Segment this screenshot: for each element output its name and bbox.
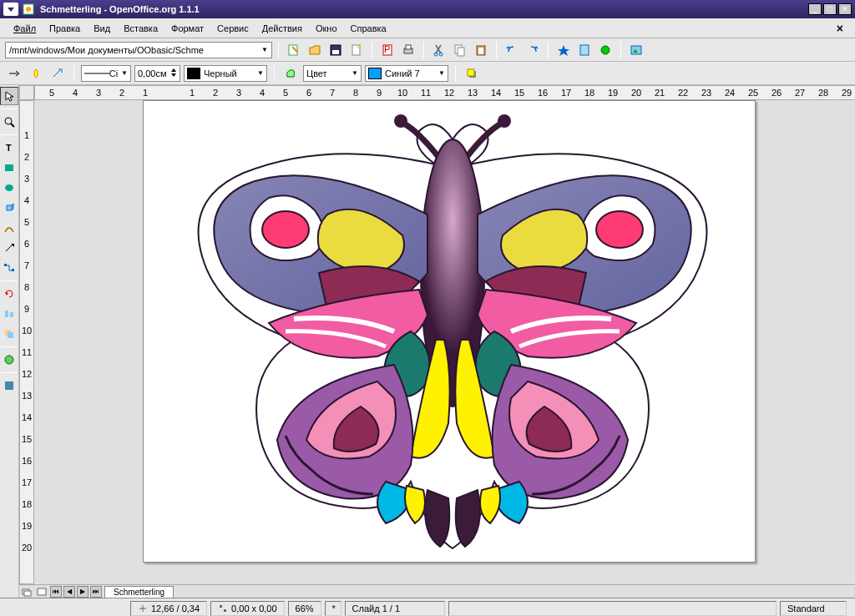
svg-rect-55 — [220, 605, 222, 608]
menu-file[interactable]: Файл — [7, 21, 43, 36]
line-arrow-tool[interactable] — [0, 239, 18, 257]
svg-rect-51 — [24, 591, 31, 596]
print-button[interactable] — [399, 41, 417, 59]
system-menu-button[interactable] — [3, 3, 18, 16]
line-fill-toolbar: Сі ▼ 0,00см Черный ▼ Цвет ▼ Синий 7 ▼ — [0, 62, 855, 85]
line-style-combo[interactable]: Сі ▼ — [81, 65, 131, 82]
tab-first-button[interactable]: ⏮ — [50, 586, 62, 598]
svg-text:P: P — [384, 44, 390, 54]
redo-button[interactable] — [524, 41, 542, 59]
line-ends-button[interactable] — [48, 64, 67, 83]
menu-edit[interactable]: Правка — [43, 21, 87, 36]
ellipse-tool[interactable] — [0, 179, 18, 197]
paste-button[interactable] — [472, 41, 490, 59]
insert-object-tool[interactable] — [0, 351, 18, 369]
align-tool[interactable] — [0, 305, 18, 323]
zoom-tool[interactable] — [0, 113, 18, 131]
copy-button[interactable] — [451, 41, 469, 59]
save-button[interactable] — [326, 41, 345, 59]
menu-format[interactable]: Формат — [164, 21, 210, 36]
status-slide: Слайд 1 / 1 — [345, 601, 445, 616]
area-style-button[interactable] — [281, 64, 300, 83]
status-modified: * — [325, 601, 341, 616]
vertical-ruler[interactable]: 1234567891011121314151617181920 — [19, 100, 34, 584]
open-button[interactable] — [306, 41, 324, 59]
svg-rect-39 — [5, 311, 8, 317]
maximize-button[interactable]: □ — [823, 3, 837, 15]
effects-tool[interactable] — [0, 376, 18, 395]
svg-point-49 — [596, 211, 643, 248]
slide-tab[interactable]: Schmetterling — [104, 586, 174, 598]
svg-rect-40 — [10, 312, 13, 317]
close-document-button[interactable]: × — [832, 22, 848, 35]
svg-point-46 — [498, 114, 511, 128]
svg-marker-0 — [8, 8, 14, 12]
hyperlink-button[interactable] — [596, 41, 615, 59]
3d-tool[interactable] — [0, 199, 18, 217]
menu-tools[interactable]: Сервис — [210, 21, 255, 36]
tab-prev-button[interactable]: ◀ — [63, 586, 75, 598]
edit-area: 5432112345678910111213141516171819202122… — [19, 85, 855, 598]
new-button[interactable] — [347, 41, 366, 59]
fill-color-combo[interactable]: Синий 7 ▼ — [365, 65, 448, 82]
horizontal-ruler[interactable]: 5432112345678910111213141516171819202122… — [34, 85, 855, 100]
svg-rect-44 — [5, 381, 13, 390]
tab-next-button[interactable]: ▶ — [77, 586, 89, 598]
status-blank — [448, 601, 777, 616]
menu-actions[interactable]: Действия — [255, 21, 309, 36]
url-combo[interactable]: /mnt/windows/Мои документы/OObasic/Schme… — [5, 42, 272, 58]
page[interactable] — [143, 100, 756, 563]
svg-text:T: T — [6, 143, 12, 153]
svg-rect-52 — [38, 588, 46, 595]
menu-window[interactable]: Окно — [309, 21, 344, 36]
stylist-button[interactable] — [575, 41, 594, 59]
status-zoom[interactable]: 66% — [288, 601, 321, 616]
line-color-swatch — [187, 68, 200, 79]
undo-button[interactable] — [503, 41, 521, 59]
svg-point-33 — [5, 184, 13, 191]
status-mode: Standard — [780, 601, 847, 616]
menu-help[interactable]: Справка — [344, 21, 393, 36]
line-color-combo[interactable]: Черный ▼ — [184, 65, 267, 82]
line-width-spinner[interactable]: 0,00см — [134, 65, 180, 82]
svg-line-34 — [6, 245, 13, 251]
ruler-corner — [19, 85, 34, 100]
document-icon — [22, 3, 35, 16]
cut-button[interactable] — [430, 41, 448, 59]
edit-file-button[interactable] — [285, 41, 303, 59]
menu-insert[interactable]: Вставка — [117, 21, 164, 36]
text-tool[interactable]: T — [0, 139, 18, 157]
tab-last-button[interactable]: ⏭ — [90, 586, 102, 598]
rectangle-tool[interactable] — [0, 159, 18, 177]
layer-icon[interactable] — [21, 586, 33, 598]
fill-color-swatch — [368, 68, 382, 79]
slide-tabstrip: ⏮ ◀ ▶ ⏭ Schmetterling — [19, 586, 174, 598]
svg-point-23 — [34, 69, 38, 78]
menubar: Файл Правка Вид Вставка Формат Сервис Де… — [0, 18, 855, 38]
tab-mode-icon[interactable] — [36, 586, 48, 598]
rotate-tool[interactable] — [0, 285, 18, 303]
export-pdf-button[interactable]: P — [378, 41, 397, 59]
connector-tool[interactable] — [0, 259, 18, 277]
navigator-button[interactable] — [554, 41, 573, 59]
svg-line-30 — [11, 124, 14, 127]
minimize-button[interactable]: _ — [808, 3, 822, 15]
svg-point-2 — [26, 7, 31, 12]
url-text: /mnt/windows/Мои документы/OObasic/Schme — [9, 45, 204, 55]
svg-marker-18 — [558, 45, 569, 56]
select-tool[interactable] — [0, 87, 18, 105]
arrange-tool[interactable] — [0, 325, 18, 343]
curve-tool[interactable] — [0, 219, 18, 237]
fill-type-combo[interactable]: Цвет ▼ — [303, 65, 362, 82]
svg-rect-56 — [224, 609, 226, 612]
close-window-button[interactable]: ✕ — [838, 3, 852, 15]
line-style-button[interactable] — [27, 64, 45, 83]
svg-point-48 — [262, 211, 309, 248]
shadow-button[interactable] — [463, 64, 481, 83]
gallery-button[interactable] — [627, 41, 645, 59]
menu-view[interactable]: Вид — [87, 21, 117, 36]
status-coords: 12,66 / 0,34 — [130, 601, 207, 616]
drawing-canvas[interactable] — [34, 100, 855, 584]
arrow-style-button[interactable] — [5, 64, 23, 83]
butterfly-drawing[interactable] — [160, 106, 745, 557]
